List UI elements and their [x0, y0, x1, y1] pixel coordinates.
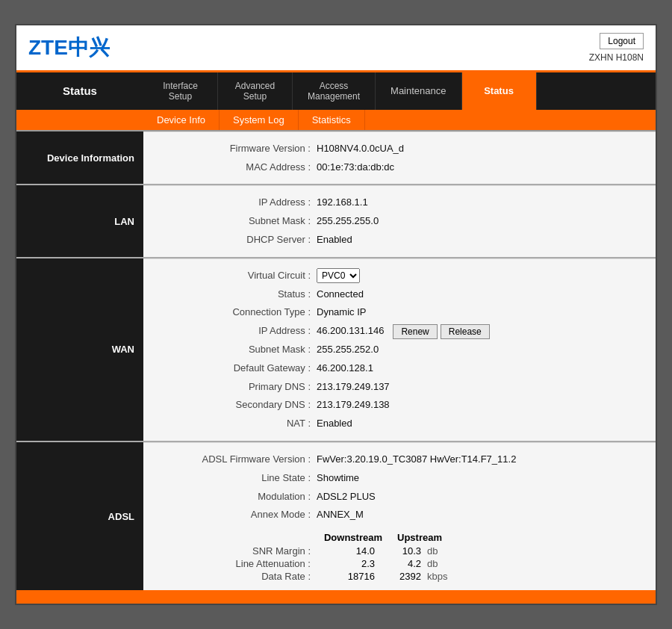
renew-button[interactable]: Renew	[393, 324, 437, 339]
stats-header-downstream: Downstream	[315, 532, 382, 543]
lan-section-label: LAN	[16, 185, 143, 256]
wan-secondary-dns-label: Secondary DNS :	[166, 397, 315, 413]
wan-nat-value: Enabled	[315, 416, 352, 432]
nav-item-interface-setup[interactable]: InterfaceSetup	[143, 72, 218, 110]
wan-nat-label: NAT :	[166, 416, 315, 432]
firmware-value: H108NV4.0.0cUA_d	[315, 141, 404, 157]
logout-button[interactable]: Logout	[600, 33, 644, 49]
wan-status-label: Status :	[166, 287, 315, 303]
wan-gateway-value: 46.200.128.1	[315, 361, 373, 377]
adsl-snr-downstream: 14.0	[315, 545, 382, 557]
adsl-snr-unit: db	[427, 545, 457, 557]
adsl-firmware-value: FwVer:3.20.19.0_TC3087 HwVer:T14.F7_11.2	[315, 452, 516, 468]
device-info-section-label: Device Information	[16, 131, 143, 185]
wan-gateway-label: Default Gateway :	[166, 361, 315, 377]
status-section-label: Status	[16, 72, 143, 110]
lan-dhcp-value: Enabled	[315, 232, 352, 248]
adsl-rate-downstream: 18716	[315, 571, 382, 582]
lan-subnet-value: 255.255.255.0	[315, 214, 379, 229]
mac-label: MAC Address :	[166, 160, 315, 176]
lan-subnet-label: Subnet Mask :	[166, 214, 315, 229]
adsl-attn-unit: db	[427, 558, 457, 569]
adsl-modulation-label: Modulation :	[166, 489, 315, 505]
wan-ip-label: IP Address :	[166, 323, 315, 339]
adsl-line-state-value: Showtime	[315, 471, 359, 486]
adsl-rate-upstream: 2392	[382, 571, 427, 582]
wan-status-value: Connected	[315, 287, 364, 303]
wan-vc-label: Virtual Circuit :	[166, 268, 315, 284]
wan-section-label: WAN	[16, 258, 143, 441]
adsl-attn-downstream: 2.3	[315, 558, 382, 569]
adsl-modulation-value: ADSL2 PLUS	[315, 489, 376, 505]
logo: ZTE中兴	[28, 34, 110, 62]
firmware-label: Firmware Version :	[166, 141, 315, 157]
wan-secondary-dns-value: 213.179.249.138	[315, 397, 390, 413]
wan-conn-type-value: Dynamic IP	[315, 305, 366, 320]
nav-item-access-management[interactable]: AccessManagement	[293, 72, 376, 110]
adsl-rate-unit: kbps	[427, 571, 457, 582]
subnav-system-log[interactable]: System Log	[220, 110, 299, 130]
lan-ip-label: IP Address :	[166, 195, 315, 211]
wan-subnet-label: Subnet Mask :	[166, 342, 315, 358]
adsl-firmware-label: ADSL Firmware Version :	[166, 452, 315, 468]
adsl-attn-label: Line Attenuation :	[166, 558, 315, 569]
subnav-statistics[interactable]: Statistics	[299, 110, 365, 130]
adsl-snr-upstream: 10.3	[382, 545, 427, 557]
wan-primary-dns-value: 213.179.249.137	[315, 379, 390, 395]
stats-header-upstream: Upstream	[382, 532, 442, 543]
release-button[interactable]: Release	[441, 324, 490, 339]
device-name: ZXHN H108N	[589, 52, 644, 63]
lan-dhcp-label: DHCP Server :	[166, 232, 315, 248]
wan-ip-value: 46.200.131.146	[315, 323, 384, 339]
nav-item-status[interactable]: Status	[462, 72, 537, 110]
nav-item-maintenance[interactable]: Maintenance	[376, 72, 461, 110]
adsl-snr-label: SNR Margin :	[166, 545, 315, 557]
adsl-annex-label: Annex Mode :	[166, 507, 315, 523]
adsl-section-label: ADSL	[16, 442, 143, 590]
subnav-device-info[interactable]: Device Info	[143, 110, 220, 130]
wan-conn-type-label: Connection Type :	[166, 305, 315, 320]
adsl-annex-value: ANNEX_M	[315, 507, 364, 523]
adsl-rate-label: Data Rate :	[166, 571, 315, 582]
mac-value: 00:1e:73:da:db:dc	[315, 160, 394, 176]
wan-subnet-value: 255.255.252.0	[315, 342, 379, 358]
wan-primary-dns-label: Primary DNS :	[166, 379, 315, 395]
lan-ip-value: 192.168.1.1	[315, 195, 368, 211]
adsl-line-state-label: Line State :	[166, 471, 315, 486]
adsl-attn-upstream: 4.2	[382, 558, 427, 569]
wan-vc-select[interactable]: PVC0 PVC1 PVC2 PVC3 PVC4 PVC5 PVC6 PVC7	[317, 268, 360, 283]
nav-item-advanced-setup[interactable]: AdvancedSetup	[218, 72, 293, 110]
